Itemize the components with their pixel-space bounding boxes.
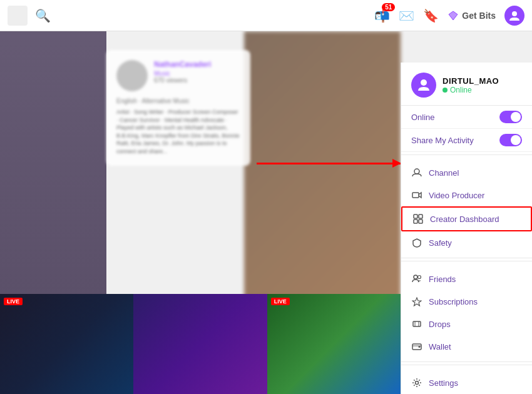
topbar-right: 📬 51 ✉️ 🔖 Get Bits	[374, 6, 524, 26]
svg-rect-4	[412, 193, 419, 198]
profile-picture	[116, 60, 148, 91]
stream-thumb-3[interactable]: LIVE	[267, 294, 401, 394]
svg-point-3	[414, 169, 419, 174]
share-activity-label: Share My Activity	[411, 136, 474, 145]
svg-point-2	[421, 79, 427, 86]
friends-label: Friends	[429, 275, 522, 284]
bookmark-icon[interactable]: 🔖	[423, 8, 439, 23]
video-producer-item[interactable]: Video Producer	[401, 184, 532, 206]
friends-item[interactable]: Friends	[401, 268, 532, 290]
user-menu-icon	[416, 78, 431, 93]
dropdown-menu: DIRTUL_MAO Online Online Share My Activi…	[401, 63, 532, 394]
stream-thumbnails: LIVE LIVE	[0, 294, 401, 394]
wallet-label: Wallet	[429, 342, 522, 351]
creator-dashboard-label: Creator Dashboard	[430, 215, 521, 224]
notification-bell[interactable]: 📬 51	[374, 8, 390, 23]
share-activity-toggle-row[interactable]: Share My Activity	[401, 129, 532, 152]
separator-3	[401, 365, 532, 365]
channel-icon	[411, 167, 422, 178]
status-dot	[442, 88, 448, 93]
creator-dashboard-item[interactable]: Creator Dashboard	[401, 206, 532, 231]
svg-marker-0	[449, 11, 458, 20]
share-activity-toggle[interactable]	[499, 134, 522, 146]
profile-name: NathanCavaderi	[154, 60, 240, 69]
logo[interactable]	[8, 6, 28, 26]
separator-1	[401, 154, 532, 155]
arrow-pointer	[257, 163, 401, 164]
social-section: Friends Subscriptions Dr	[401, 264, 532, 362]
subscriptions-item[interactable]: Subscriptions	[401, 290, 532, 313]
profile-subtitle: Music	[154, 70, 240, 77]
svg-rect-7	[414, 220, 417, 223]
svg-rect-6	[419, 215, 422, 218]
user-info: DIRTUL_MAO Online	[442, 76, 499, 94]
svg-point-17	[416, 381, 419, 385]
main-content: NathanCavaderi Music 670 viewers English…	[0, 31, 532, 394]
wallet-icon	[411, 341, 422, 352]
svg-point-10	[418, 276, 421, 279]
user-avatar-menu	[411, 73, 436, 98]
channel-item[interactable]: Channel	[401, 161, 532, 184]
svg-rect-8	[419, 220, 422, 223]
get-bits-button[interactable]: Get Bits	[448, 10, 496, 21]
stream-thumb-2[interactable]	[133, 294, 267, 394]
settings-item[interactable]: Settings	[401, 371, 532, 394]
profile-bio: Artist · Song Writer · Producer Screen C…	[116, 108, 240, 156]
notification-count: 51	[382, 3, 395, 11]
stream-thumb-1[interactable]: LIVE	[0, 294, 133, 394]
drops-icon	[411, 318, 422, 330]
profile-info: NathanCavaderi Music 670 viewers	[154, 60, 240, 84]
svg-rect-12	[413, 321, 421, 326]
svg-point-9	[414, 275, 417, 279]
search-icon[interactable]: 🔍	[35, 8, 51, 23]
video-producer-label: Video Producer	[429, 191, 522, 200]
safety-item[interactable]: Safety	[401, 231, 532, 254]
topbar: 🔍 📬 51 ✉️ 🔖 Get Bits	[0, 0, 532, 31]
user-status: Online	[442, 86, 499, 94]
bg-left-panel	[0, 31, 106, 319]
creator-dashboard-icon	[412, 213, 424, 225]
drops-item[interactable]: Drops	[401, 313, 532, 335]
creator-section: Channel Video Producer	[401, 158, 532, 258]
profile-views: 670 viewers	[154, 77, 240, 84]
online-label: Online	[411, 113, 435, 122]
bg-right-panel	[244, 31, 401, 319]
user-avatar-button[interactable]	[504, 6, 524, 26]
svg-marker-11	[412, 298, 421, 306]
profile-header: NathanCavaderi Music 670 viewers	[116, 60, 240, 91]
online-toggle[interactable]	[499, 111, 522, 123]
separator-2	[401, 261, 532, 261]
diamond-icon	[448, 10, 459, 21]
friends-icon	[411, 273, 422, 285]
wallet-item[interactable]: Wallet	[401, 335, 532, 358]
online-toggle-row[interactable]: Online	[401, 106, 532, 129]
status-text: Online	[450, 86, 472, 94]
live-badge-3: LIVE	[271, 298, 290, 305]
settings-icon	[411, 377, 422, 388]
settings-label: Settings	[429, 378, 522, 388]
live-badge-1: LIVE	[4, 298, 23, 305]
video-producer-icon	[411, 189, 422, 201]
settings-section: Settings Language ›	[401, 368, 532, 394]
safety-icon	[411, 237, 422, 248]
profile-tags: English · Alternative Music	[116, 98, 240, 104]
user-icon	[508, 9, 521, 22]
profile-card: NathanCavaderi Music 670 viewers English…	[106, 50, 250, 166]
subscriptions-label: Subscriptions	[429, 297, 522, 306]
svg-point-1	[512, 11, 517, 16]
svg-rect-5	[414, 215, 417, 218]
drops-label: Drops	[429, 320, 522, 329]
channel-label: Channel	[429, 168, 522, 178]
user-section: DIRTUL_MAO Online	[401, 63, 532, 106]
subscriptions-icon	[411, 296, 422, 307]
user-name: DIRTUL_MAO	[442, 76, 499, 86]
mail-icon[interactable]: ✉️	[399, 8, 414, 23]
safety-label: Safety	[429, 238, 522, 248]
